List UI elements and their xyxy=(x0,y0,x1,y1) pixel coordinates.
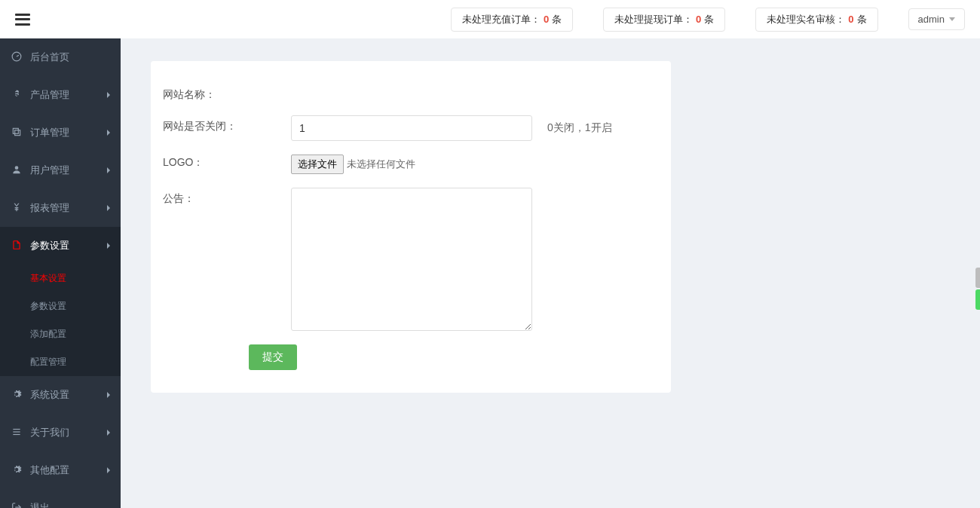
sidebar-sub-add[interactable]: 添加配置 xyxy=(0,320,121,348)
sidebar-item-label: 产品管理 xyxy=(30,88,69,102)
yen-icon xyxy=(11,202,23,215)
gears-icon xyxy=(11,389,23,402)
chevron-down-icon xyxy=(949,17,955,21)
sidebar-item-label: 用户管理 xyxy=(30,164,69,177)
settings-panel: 网站名称： 网站是否关闭： 0关闭，1开启 LOGO： 选择文件 未选择任何文件… xyxy=(151,61,671,393)
submit-row: 提交 xyxy=(163,344,659,370)
sidebar-item-product[interactable]: 产品管理 xyxy=(0,76,121,114)
sidebar-sub-manage[interactable]: 配置管理 xyxy=(0,348,121,376)
topbar: 未处理充值订单： 0 条 未处理提现订单： 0 条 未处理实名审核： 0 条 a… xyxy=(0,0,980,38)
dashboard-icon xyxy=(11,51,23,64)
logo-label: LOGO： xyxy=(163,155,291,170)
status-label: 未处理充值订单： xyxy=(462,13,541,26)
svg-rect-1 xyxy=(15,130,20,135)
site-closed-input[interactable] xyxy=(291,115,532,141)
sidebar-item-other[interactable]: 其他配置 xyxy=(0,451,121,489)
site-closed-label: 网站是否关闭： xyxy=(163,115,291,133)
file-icon xyxy=(11,240,23,252)
choose-file-button[interactable]: 选择文件 xyxy=(291,155,344,174)
sidebar-item-about[interactable]: 关于我们 xyxy=(0,414,121,451)
form-row-notice: 公告： xyxy=(163,188,659,331)
site-name-label: 网站名称： xyxy=(163,84,291,102)
topbar-right: 未处理充值订单： 0 条 未处理提现订单： 0 条 未处理实名审核： 0 条 a… xyxy=(451,8,965,32)
sidebar-item-order[interactable]: 订单管理 xyxy=(0,114,121,151)
sidebar-submenu-params: 基本设置 参数设置 添加配置 配置管理 xyxy=(0,265,121,376)
logout-icon xyxy=(11,502,23,509)
sidebar-sub-basic[interactable]: 基本设置 xyxy=(0,265,121,292)
status-realname-audits[interactable]: 未处理实名审核： 0 条 xyxy=(755,8,877,32)
caret-right-icon xyxy=(107,243,110,249)
list-icon xyxy=(11,427,23,439)
copy-icon xyxy=(11,127,23,139)
status-withdraw-orders[interactable]: 未处理提现订单： 0 条 xyxy=(603,8,725,32)
notice-textarea[interactable] xyxy=(291,188,532,331)
gear-icon xyxy=(11,464,23,477)
sidebar-item-label: 其他配置 xyxy=(30,464,69,477)
bitcoin-icon xyxy=(11,89,23,102)
sidebar-item-logout[interactable]: 退出 xyxy=(0,489,121,508)
user-icon xyxy=(11,164,23,177)
status-recharge-orders[interactable]: 未处理充值订单： 0 条 xyxy=(451,8,573,32)
sidebar-item-label: 系统设置 xyxy=(30,388,69,402)
form-row-site-closed: 网站是否关闭： 0关闭，1开启 xyxy=(163,115,659,141)
form-row-logo: LOGO： 选择文件 未选择任何文件 xyxy=(163,155,659,174)
caret-right-icon xyxy=(107,205,110,211)
status-suffix: 条 xyxy=(704,13,714,26)
svg-point-3 xyxy=(15,166,19,170)
sidebar-item-system[interactable]: 系统设置 xyxy=(0,376,121,414)
sidebar-item-label: 关于我们 xyxy=(30,426,69,439)
sidebar-item-params[interactable]: 参数设置 xyxy=(0,227,121,265)
main-content: 网站名称： 网站是否关闭： 0关闭，1开启 LOGO： 选择文件 未选择任何文件… xyxy=(121,38,980,508)
edge-segment-green xyxy=(975,289,980,310)
caret-right-icon xyxy=(107,130,110,136)
caret-right-icon xyxy=(107,92,110,98)
status-count: 0 xyxy=(544,14,549,25)
site-closed-hint: 0关闭，1开启 xyxy=(547,121,612,135)
form-row-site-name: 网站名称： xyxy=(163,84,659,102)
sidebar: 后台首页 产品管理 订单管理 用户管理 xyxy=(0,38,121,508)
sidebar-item-home[interactable]: 后台首页 xyxy=(0,38,121,76)
sidebar-item-user[interactable]: 用户管理 xyxy=(0,151,121,189)
notice-label: 公告： xyxy=(163,188,291,206)
caret-right-icon xyxy=(107,430,110,436)
user-name: admin xyxy=(918,14,945,25)
edge-segment-gray xyxy=(975,268,980,288)
status-count: 0 xyxy=(696,14,701,25)
sidebar-item-report[interactable]: 报表管理 xyxy=(0,189,121,227)
sidebar-sub-param[interactable]: 参数设置 xyxy=(0,292,121,320)
user-dropdown[interactable]: admin xyxy=(908,8,965,30)
sidebar-item-label: 报表管理 xyxy=(30,201,69,215)
sidebar-item-label: 订单管理 xyxy=(30,126,69,139)
caret-right-icon xyxy=(107,467,110,473)
sidebar-item-label: 后台首页 xyxy=(30,50,69,64)
hamburger-menu-icon[interactable] xyxy=(15,14,30,26)
sidebar-item-label: 参数设置 xyxy=(30,239,69,252)
status-suffix: 条 xyxy=(857,13,867,26)
status-count: 0 xyxy=(848,14,853,25)
caret-right-icon xyxy=(107,167,110,173)
submit-button[interactable]: 提交 xyxy=(249,344,297,370)
status-label: 未处理实名审核： xyxy=(767,13,845,26)
edge-indicator xyxy=(975,268,980,310)
status-suffix: 条 xyxy=(552,13,562,26)
svg-rect-2 xyxy=(13,128,18,133)
sidebar-item-label: 退出 xyxy=(30,501,50,508)
status-label: 未处理提现订单： xyxy=(614,13,693,26)
file-status-text: 未选择任何文件 xyxy=(347,158,415,171)
caret-right-icon xyxy=(107,392,110,398)
